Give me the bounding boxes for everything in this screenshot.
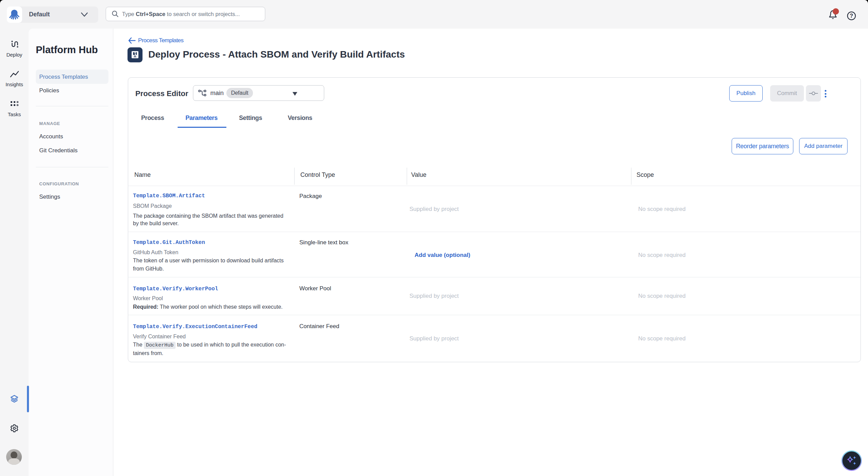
svg-text:?: ?	[850, 13, 853, 19]
